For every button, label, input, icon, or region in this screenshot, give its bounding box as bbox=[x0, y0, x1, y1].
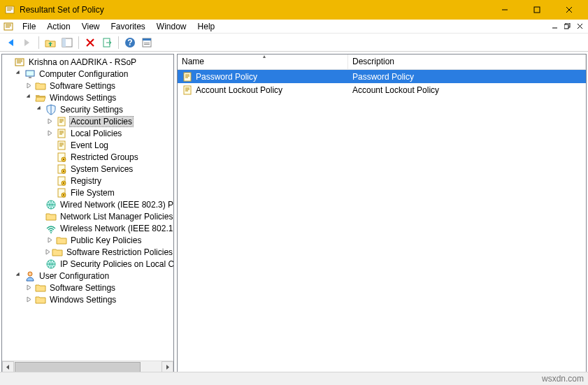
user-icon bbox=[24, 270, 36, 282]
tree-registry[interactable]: Registry bbox=[3, 175, 173, 187]
tree-label: Restricted Groups bbox=[69, 152, 140, 162]
policy-lock-icon bbox=[56, 152, 67, 163]
folder-icon bbox=[35, 80, 46, 92]
maximize-button[interactable] bbox=[521, 0, 553, 20]
tree-label: Public Key Policies bbox=[69, 235, 143, 245]
expand-icon[interactable] bbox=[24, 80, 35, 91]
tree-software-restriction[interactable]: Software Restriction Policies bbox=[3, 246, 173, 258]
column-description[interactable]: Description bbox=[348, 55, 586, 69]
scroll-track[interactable] bbox=[14, 361, 162, 372]
expand-icon[interactable] bbox=[45, 128, 56, 138]
tree-label: Network List Manager Policies bbox=[59, 212, 173, 221]
export-button[interactable] bbox=[99, 35, 115, 50]
folder-icon bbox=[56, 235, 67, 246]
collapse-icon[interactable] bbox=[14, 68, 24, 79]
menu-action[interactable]: Action bbox=[41, 20, 76, 33]
tree-user-configuration[interactable]: User Configuration bbox=[3, 270, 173, 282]
menu-view[interactable]: View bbox=[76, 20, 106, 33]
cell-desc: Password Policy bbox=[352, 72, 414, 82]
tree-account-policies[interactable]: Account Policies bbox=[3, 115, 173, 127]
titlebar: Resultant Set of Policy bbox=[0, 0, 588, 20]
policy-lock-icon bbox=[56, 175, 67, 187]
tree-restricted-groups[interactable]: Restricted Groups bbox=[3, 151, 173, 163]
mdi-minimize-button[interactable] bbox=[549, 21, 560, 32]
cell-name: Password Policy bbox=[196, 72, 257, 82]
show-hide-tree-button[interactable] bbox=[59, 35, 75, 50]
watermark: wsxdn.com bbox=[542, 374, 584, 384]
policy-icon bbox=[56, 116, 67, 127]
menu-file[interactable]: File bbox=[17, 20, 41, 33]
tree-label: Wired Network (IEEE 802.3) Policies bbox=[59, 200, 173, 210]
list-row[interactable]: Account Lockout Policy Account Lockout P… bbox=[178, 83, 586, 96]
menu-favorites[interactable]: Favorites bbox=[106, 20, 151, 33]
tree-ip-security[interactable]: IP Security Policies on Local Computer bbox=[3, 258, 173, 270]
forward-button[interactable] bbox=[20, 35, 35, 50]
collapse-icon[interactable] bbox=[14, 270, 24, 281]
list-row[interactable]: Password Policy Password Policy bbox=[178, 70, 586, 83]
rsop-icon bbox=[14, 57, 25, 68]
tree-label: Windows Settings bbox=[48, 295, 117, 305]
svg-rect-21 bbox=[564, 24, 568, 29]
network-icon bbox=[45, 199, 57, 210]
tree-wireless-network[interactable]: Wireless Network (IEEE 802.11) Policies bbox=[3, 222, 173, 234]
tree-computer-configuration[interactable]: Computer Configuration bbox=[3, 68, 173, 80]
tree-local-policies[interactable]: Local Policies bbox=[3, 127, 173, 139]
tree-hscrollbar[interactable] bbox=[2, 361, 173, 372]
tree-file-system[interactable]: File System bbox=[3, 187, 173, 198]
app-icon bbox=[4, 4, 15, 15]
close-button[interactable] bbox=[553, 0, 585, 20]
policy-icon bbox=[182, 71, 193, 82]
tree-root[interactable]: Krishna on AADRIKA - RSoP bbox=[3, 56, 173, 68]
folder-icon bbox=[35, 294, 46, 305]
expand-icon[interactable] bbox=[45, 247, 52, 257]
tree-network-list-manager[interactable]: Network List Manager Policies bbox=[3, 210, 173, 222]
mdi-close-button[interactable] bbox=[574, 21, 585, 32]
tree-user-software-settings[interactable]: Software Settings bbox=[3, 282, 173, 293]
collapse-icon[interactable] bbox=[35, 104, 45, 115]
back-button[interactable] bbox=[3, 35, 18, 50]
statusbar: wsxdn.com bbox=[0, 372, 588, 385]
expand-icon[interactable] bbox=[24, 282, 35, 293]
tree-windows-settings[interactable]: Windows Settings bbox=[3, 92, 173, 103]
up-button[interactable] bbox=[43, 35, 58, 50]
properties-button[interactable] bbox=[139, 35, 155, 50]
tree-label: Registry bbox=[69, 176, 103, 186]
expand-icon[interactable] bbox=[24, 294, 35, 305]
collapse-icon[interactable] bbox=[24, 92, 35, 103]
tree-event-log[interactable]: Event Log bbox=[3, 139, 173, 151]
folder-icon bbox=[35, 282, 46, 293]
column-name[interactable]: Name bbox=[178, 55, 348, 69]
tree-wired-network[interactable]: Wired Network (IEEE 802.3) Policies bbox=[3, 198, 173, 210]
tree-security-settings[interactable]: Security Settings bbox=[3, 103, 173, 115]
folder-icon bbox=[52, 247, 63, 258]
toolbar bbox=[0, 34, 588, 52]
tree-public-key-policies[interactable]: Public Key Policies bbox=[3, 234, 173, 246]
folder-open-icon bbox=[35, 92, 46, 103]
policy-icon bbox=[182, 85, 193, 96]
tree-system-services[interactable]: System Services bbox=[3, 163, 173, 175]
scroll-thumb[interactable] bbox=[15, 362, 141, 372]
scope-tree[interactable]: Krishna on AADRIKA - RSoP Computer Confi… bbox=[2, 55, 173, 307]
tree-label: Local Policies bbox=[69, 129, 123, 138]
list-pane: Name Description Password Policy Passwor… bbox=[177, 54, 587, 373]
tree-label: Windows Settings bbox=[48, 93, 117, 103]
menu-help[interactable]: Help bbox=[192, 20, 221, 33]
tree-label: Computer Configuration bbox=[38, 69, 129, 79]
tree-label: User Configuration bbox=[38, 271, 110, 281]
shield-icon bbox=[45, 104, 57, 115]
window-title: Resultant Set of Policy bbox=[20, 5, 489, 15]
computer-icon bbox=[24, 68, 36, 80]
minimize-button[interactable] bbox=[489, 0, 521, 20]
tree-software-settings[interactable]: Software Settings bbox=[3, 80, 173, 92]
expand-icon[interactable] bbox=[45, 116, 56, 126]
expand-icon[interactable] bbox=[45, 235, 56, 245]
list-header: Name Description bbox=[178, 55, 586, 70]
list-body[interactable]: Password Policy Password Policy Account … bbox=[178, 70, 586, 372]
tree-label: Software Settings bbox=[48, 283, 117, 293]
delete-button[interactable] bbox=[83, 35, 98, 50]
tree-label: Account Policies bbox=[69, 116, 134, 127]
mdi-restore-button[interactable] bbox=[561, 21, 573, 32]
tree-user-windows-settings[interactable]: Windows Settings bbox=[3, 293, 173, 305]
menu-window[interactable]: Window bbox=[151, 20, 192, 33]
help-button[interactable] bbox=[122, 35, 138, 50]
